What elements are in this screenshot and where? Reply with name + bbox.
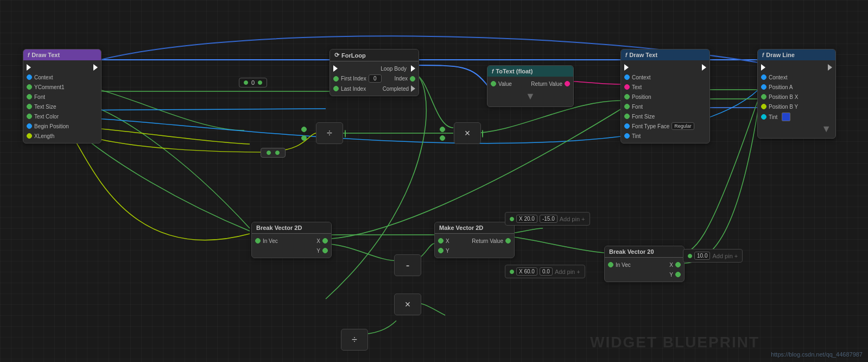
forloop-lastindex-pin — [333, 86, 339, 91]
draw-text-node-2: f Draw Text Context Text Position Font F… — [620, 49, 710, 143]
dl-posa-pin — [761, 84, 766, 90]
totext-value-row: Value Return Value — [487, 79, 573, 89]
dl-tint-pin — [761, 114, 766, 120]
divide-node-2: ÷ — [341, 329, 368, 351]
dl-posbx-pin — [761, 94, 766, 99]
dt2-tint-pin — [624, 133, 630, 139]
m1-in1 — [440, 127, 445, 132]
forloop-header: ⟳ ForLoop — [330, 49, 419, 61]
dl-context-pin — [761, 74, 766, 80]
connections-layer — [0, 0, 868, 362]
input-node-x20: X 20.0 -15.0 Add pin + — [505, 212, 590, 226]
dl-posby: Position B Y — [758, 102, 835, 111]
x60-addpin[interactable]: Add pin + — [555, 269, 580, 275]
draw-text-1-header: f Draw Text — [23, 49, 101, 60]
bv2-body: In Vec X Y — [605, 258, 684, 282]
bv2-y-pin — [675, 272, 681, 277]
x20-x-value: X 20.0 — [516, 215, 537, 223]
divide-2-op: ÷ — [352, 334, 357, 346]
draw-text-1-exec-in — [23, 63, 101, 72]
dl-tint-swatch — [782, 113, 790, 121]
zero-in-pin — [244, 80, 248, 85]
forloop-firstindex-value: 0 — [369, 74, 382, 83]
zero-out-pin — [258, 80, 262, 85]
zero-reroute-node: 0 — [239, 78, 267, 88]
mv-x-pin — [438, 238, 443, 244]
bv2-y: Y — [605, 270, 684, 279]
dl-tint: Tint — [758, 111, 835, 122]
pin-beginpos: Begin Position — [23, 121, 101, 131]
zero-value: 0 — [251, 79, 255, 86]
totext-value-pin — [491, 81, 496, 86]
forloop-body: Loop Body First Index 0 Index Last Index… — [330, 61, 419, 96]
dl-exec-in — [761, 64, 765, 71]
forloop-loopbody-pin — [411, 65, 415, 72]
draw-text-1-title: Draw Text — [31, 52, 60, 58]
reroute-in — [267, 151, 271, 155]
draw-line-header: f Draw Line — [758, 49, 835, 60]
dl-exec-row — [758, 63, 835, 72]
bv2-invec-pin — [608, 262, 613, 267]
totext-title: ToText (float) — [496, 68, 533, 74]
multiply-node-1: × — [454, 122, 481, 144]
d1-out — [345, 130, 346, 138]
draw-text-node-1: f Draw Text Context YComment1 Font Text … — [23, 49, 102, 143]
x20-addpin[interactable]: Add pin + — [560, 216, 585, 222]
context-pin — [27, 74, 32, 80]
multiply-node-2: × — [394, 294, 421, 315]
x20-in-pin — [510, 217, 514, 221]
draw-text-2-title: Draw Text — [629, 52, 657, 58]
dt2-position: Position — [621, 92, 709, 102]
multiply-1-inputs — [440, 127, 445, 141]
totext-body: Value Return Value ▼ — [487, 77, 573, 107]
subtract-op: - — [406, 259, 410, 272]
pin-textsize: Text Size — [23, 102, 101, 111]
dt2-exec-out — [702, 64, 706, 71]
multiply-1-op: × — [465, 128, 471, 139]
subtract-node: - — [394, 254, 421, 276]
x60-x-value: X 60.0 — [516, 267, 537, 276]
pin-font: Font — [23, 92, 101, 102]
dl-posbx: Position B X — [758, 92, 835, 102]
dt2-fonttypeface-value: Regular — [671, 122, 694, 130]
mv-title: Make Vector 2D — [439, 224, 483, 231]
font-pin — [27, 94, 32, 99]
mv-y-pin — [438, 248, 443, 253]
dt2-context: Context — [621, 72, 709, 82]
dt2-font-pin — [624, 104, 630, 109]
divide-1-output — [345, 130, 346, 137]
dl-dropdown: ▼ — [758, 122, 835, 136]
dt2-fonttypeface-pin — [624, 123, 630, 129]
bv2-x-pin — [675, 262, 681, 267]
draw-text-2-body: Context Text Position Font Font Size Fon… — [621, 60, 709, 143]
totext-return-pin — [565, 81, 570, 86]
forloop-firstindex-row: First Index 0 Index — [330, 73, 419, 84]
dl-posby-pin — [761, 104, 766, 109]
bv1-body: In Vec X Y — [252, 234, 331, 258]
mv-header: Make Vector 2D — [435, 222, 514, 234]
out10-value: 10.0 — [694, 252, 710, 260]
draw-text-2-icon: f — [625, 52, 627, 58]
reroute-out — [275, 151, 280, 155]
draw-line-title: Draw Line — [766, 52, 795, 58]
mv-y: Y — [435, 246, 514, 255]
textsize-pin — [27, 104, 32, 109]
totext-dropdown-arrow: ▼ — [487, 89, 573, 104]
dl-context: Context — [758, 72, 835, 82]
mv-x: X Return Value — [435, 236, 514, 246]
bv2-invec: In Vec X — [605, 260, 684, 270]
out10-addpin[interactable]: Add pin + — [712, 253, 738, 259]
input-node-x60: X 60.0 0.0 Add pin + — [505, 265, 585, 278]
divide-node-1: ÷ — [316, 122, 343, 144]
mv-return-pin — [505, 238, 511, 244]
exec-in-pin — [27, 64, 31, 71]
forloop-title: ForLoop — [341, 52, 366, 59]
dl-posa: Position A — [758, 82, 835, 92]
totext-node: f ToText (float) Value Return Value ▼ — [487, 65, 574, 107]
url-watermark: https://blog.csdn.net/qq_44687987 — [771, 351, 863, 358]
dt2-exec-row — [621, 63, 709, 72]
forloop-lastindex-row: Last Index Completed — [330, 84, 419, 93]
bv2-header: Break Vector 20 — [605, 246, 684, 258]
output-10-node: 10.0 Add pin + — [683, 249, 743, 263]
bv1-title: Break Vector 2D — [256, 224, 302, 231]
